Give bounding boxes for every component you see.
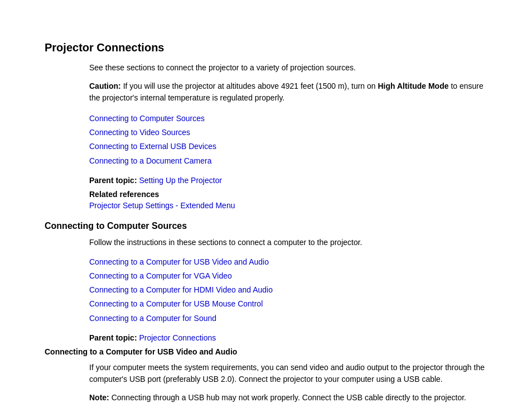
computer-sources-links: Connecting to a Computer for USB Video a…: [89, 255, 487, 325]
link-computer-sources-anchor[interactable]: Connecting to Computer Sources: [89, 114, 205, 123]
link-external-usb[interactable]: Connecting to External USB Devices: [89, 140, 487, 154]
high-altitude-mode-label: High Altitude Mode: [378, 82, 448, 90]
link-document-camera[interactable]: Connecting to a Document Camera: [89, 154, 487, 168]
link-sound[interactable]: Connecting to a Computer for Sound: [89, 312, 487, 325]
link-document-camera-anchor[interactable]: Connecting to a Document Camera: [89, 156, 211, 165]
usb-video-audio-content: If your computer meets the system requir…: [89, 362, 487, 412]
parent-topic-link-2[interactable]: Projector Connections: [139, 333, 216, 342]
related-refs-link[interactable]: Projector Setup Settings - Extended Menu: [89, 201, 235, 210]
usb-video-audio-section: Connecting to a Computer for USB Video a…: [45, 347, 487, 412]
connecting-computer-sources-heading: Connecting to Computer Sources: [45, 221, 487, 231]
note-label: Note:: [89, 393, 109, 402]
link-external-usb-anchor[interactable]: Connecting to External USB Devices: [89, 142, 216, 151]
note-block: Note: Connecting through a USB hub may n…: [89, 392, 487, 404]
caution-block: Caution: If you will use the projector a…: [89, 80, 487, 104]
link-usb-mouse-anchor[interactable]: Connecting to a Computer for USB Mouse C…: [89, 299, 263, 308]
projector-connections-heading: Projector Connections: [45, 41, 487, 54]
link-sound-anchor[interactable]: Connecting to a Computer for Sound: [89, 314, 216, 323]
note-text: Connecting through a USB hub may not wor…: [109, 393, 466, 402]
parent-topic-computer-sources: Parent topic: Projector Connections: [89, 332, 487, 344]
link-hdmi-video-audio[interactable]: Connecting to a Computer for HDMI Video …: [89, 283, 487, 297]
link-usb-mouse[interactable]: Connecting to a Computer for USB Mouse C…: [89, 297, 487, 311]
link-usb-video-audio-anchor[interactable]: Connecting to a Computer for USB Video a…: [89, 257, 269, 266]
related-refs-label: Related references: [89, 190, 487, 199]
parent-topic-projector: Parent topic: Setting Up the Projector: [89, 175, 487, 186]
caution-text: If you will use the projector at altitud…: [121, 82, 378, 90]
link-hdmi-video-audio-anchor[interactable]: Connecting to a Computer for HDMI Video …: [89, 285, 273, 294]
projector-connections-content: See these sections to connect the projec…: [89, 62, 487, 210]
link-video-sources[interactable]: Connecting to Video Sources: [89, 126, 487, 140]
parent-topic-label: Parent topic:: [89, 176, 137, 185]
link-video-sources-anchor[interactable]: Connecting to Video Sources: [89, 128, 190, 137]
connecting-computer-sources-content: Follow the instructions in these section…: [89, 237, 487, 344]
usb-video-audio-heading: Connecting to a Computer for USB Video a…: [45, 347, 487, 356]
related-references: Related references Projector Setup Setti…: [89, 190, 487, 210]
projector-connections-intro: See these sections to connect the projec…: [89, 62, 487, 74]
connecting-computer-sources-section: Connecting to Computer Sources Follow th…: [45, 221, 487, 344]
connecting-computer-sources-intro: Follow the instructions in these section…: [89, 237, 487, 248]
link-usb-video-audio[interactable]: Connecting to a Computer for USB Video a…: [89, 255, 487, 269]
projector-connections-links: Connecting to Computer Sources Connectin…: [89, 112, 487, 168]
projector-connections-section: Projector Connections See these sections…: [45, 41, 487, 210]
link-vga-video[interactable]: Connecting to a Computer for VGA Video: [89, 269, 487, 283]
usb-video-audio-intro: If your computer meets the system requir…: [89, 362, 487, 385]
page-container: Projector Connections See these sections…: [0, 11, 532, 412]
caution-label: Caution:: [89, 82, 121, 90]
link-vga-video-anchor[interactable]: Connecting to a Computer for VGA Video: [89, 271, 232, 280]
link-computer-sources[interactable]: Connecting to Computer Sources: [89, 112, 487, 126]
parent-topic-link[interactable]: Setting Up the Projector: [139, 176, 222, 185]
parent-topic-label-2: Parent topic:: [89, 333, 137, 342]
